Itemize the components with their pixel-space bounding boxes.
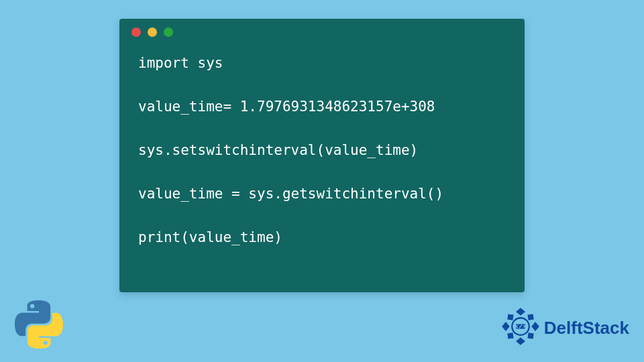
svg-marker-6 [507,333,513,339]
minimize-icon[interactable] [148,27,157,37]
close-icon[interactable] [131,27,141,37]
code-line: import sys [138,55,223,71]
window-titlebar [119,19,525,46]
code-line: value_time = sys.getswitchinterval() [138,186,443,202]
svg-marker-5 [527,314,533,320]
svg-marker-7 [527,333,533,339]
svg-marker-3 [531,322,539,331]
delftstack-brand: DelftStack [501,307,629,349]
svg-marker-4 [507,314,513,320]
code-line: value_time= 1.7976931348623157e+308 [138,99,435,115]
delftstack-logo-icon [501,307,540,349]
python-logo-icon [15,300,63,349]
svg-marker-2 [502,322,510,331]
svg-marker-0 [516,308,525,316]
zoom-icon[interactable] [164,27,173,37]
code-content: import sys value_time= 1.797693134862315… [119,46,525,262]
brand-name: DelftStack [544,318,629,339]
code-window: import sys value_time= 1.797693134862315… [119,19,525,292]
code-line: print(value_time) [138,229,282,245]
svg-marker-1 [516,337,525,345]
code-line: sys.setswitchinterval(value_time) [138,142,418,158]
